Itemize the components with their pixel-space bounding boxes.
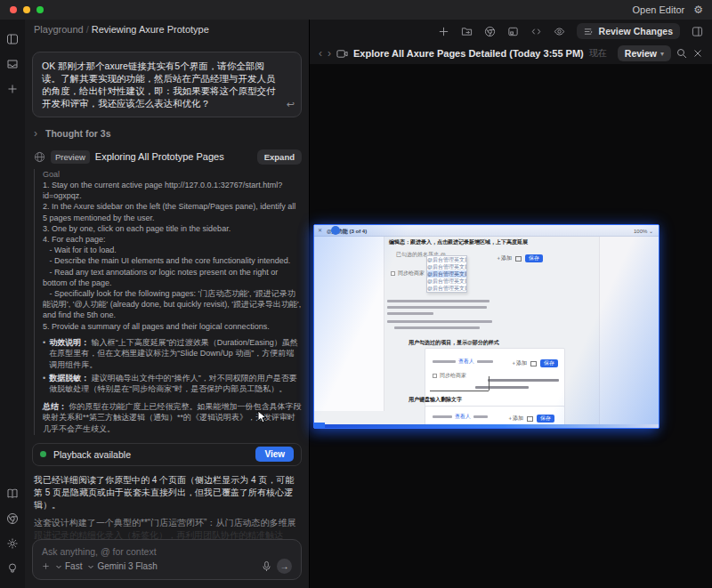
review-panel: Review Changes ‹ › Explore All Axure Pag… bbox=[310, 20, 712, 588]
bullet-dot: • bbox=[43, 337, 45, 371]
session-title: Explore All Axure Pages Detailed (Today … bbox=[353, 48, 584, 59]
chrome-browser-icon[interactable] bbox=[6, 512, 19, 525]
code-icon[interactable] bbox=[530, 26, 542, 37]
blurred-text-line bbox=[433, 415, 452, 418]
bullet-dot: • bbox=[43, 373, 45, 395]
preview-dropdown: @后台管理英文姓名@@后台管理英文姓名@@后台管理英文姓名@@后台管理英文姓名@… bbox=[426, 255, 467, 293]
blurred-text-line bbox=[387, 320, 492, 323]
playback-status-dot bbox=[40, 451, 46, 457]
preview-table-icon bbox=[515, 256, 522, 262]
playback-status: Playback available bbox=[53, 449, 131, 460]
sidebar-toggle-icon[interactable] bbox=[6, 33, 19, 45]
search-icon[interactable] bbox=[676, 48, 687, 59]
time-badge: 现在 bbox=[589, 47, 607, 60]
preview-screenshot[interactable]: ✕ @人功能 (3 of 4) 100% ⌄ 编辑态：跟进录入，点击跟进记录新增… bbox=[313, 224, 659, 429]
add-icon[interactable] bbox=[438, 26, 449, 37]
left-rail bbox=[0, 20, 25, 588]
model-selector[interactable]: Gemini 3 Flash bbox=[87, 561, 157, 571]
mode-label: Fast bbox=[65, 561, 82, 571]
attach-plus-icon[interactable] bbox=[42, 562, 50, 570]
globe-icon bbox=[34, 151, 45, 163]
back-arrow-icon[interactable]: ‹ bbox=[319, 47, 322, 60]
preview-dropdown-item: @后台管理英文姓名@ bbox=[427, 278, 466, 285]
blurred-text-line bbox=[387, 306, 487, 309]
preview-dropdown-item: @后台管理英文姓名@ bbox=[427, 270, 466, 278]
preview-action-row: ＋添加 保存 bbox=[496, 254, 543, 262]
send-button[interactable]: → bbox=[277, 559, 292, 574]
breadcrumb-root[interactable]: Playground bbox=[34, 24, 84, 35]
microphone-icon[interactable] bbox=[262, 560, 271, 572]
chevron-down-icon: ▾ bbox=[660, 50, 664, 58]
retry-icon[interactable]: ↩ bbox=[287, 98, 295, 110]
chat-input[interactable]: Ask anything, @ for context Fast Gemini … bbox=[32, 539, 302, 580]
help-bulb-icon[interactable] bbox=[6, 562, 19, 575]
close-window-button[interactable] bbox=[10, 6, 17, 13]
open-editor-button[interactable]: Open Editor bbox=[633, 4, 685, 15]
analysis-bullet: • 数据脱敏： 建议明确导出文件中的“操作人”，对不同权限的用户是否要做脱敏处理… bbox=[43, 373, 302, 395]
blurred-text-line bbox=[473, 415, 488, 418]
close-icon[interactable] bbox=[692, 48, 703, 59]
goal-line: - Wait for it to load. bbox=[43, 245, 302, 255]
preview-zoom-level: 100% ⌄ bbox=[634, 228, 653, 234]
session-recording-icon bbox=[336, 49, 348, 59]
preview-link: 查看人 bbox=[458, 358, 474, 366]
preview-action-row: ＋添加 保存 bbox=[507, 415, 554, 423]
model-label: Gemini 3 Flash bbox=[97, 561, 157, 571]
forward-arrow-icon[interactable]: › bbox=[328, 47, 331, 60]
preview-link-row: 查看人 bbox=[433, 358, 493, 366]
thought-label: Thought for 3s bbox=[45, 128, 111, 139]
new-chat-icon[interactable] bbox=[6, 83, 19, 95]
panel-toolbar: Review Changes bbox=[310, 20, 712, 43]
preview-link-row: 查看人 bbox=[433, 413, 488, 421]
view-button[interactable]: View bbox=[255, 447, 294, 462]
tool-title: Exploring All Prototype Pages bbox=[95, 151, 224, 162]
playback-card: Playback available View bbox=[32, 443, 302, 467]
thought-toggle[interactable]: › Thought for 3s bbox=[34, 127, 300, 140]
checkbox-icon bbox=[433, 374, 437, 378]
blurred-text-line bbox=[433, 360, 456, 363]
review-changes-button[interactable]: Review Changes bbox=[577, 23, 680, 39]
annotation-connector bbox=[430, 391, 489, 391]
checkbox-icon bbox=[391, 271, 395, 276]
assistant-paragraph-faded: 跟进记录的精细化录入（标签化），再利用团队协作的精准触达（@人），最后通 bbox=[34, 529, 300, 539]
review-button[interactable]: Review ▾ bbox=[618, 45, 671, 61]
preview-checkbox-label: 同步给商家 bbox=[398, 270, 425, 278]
session-header: ‹ › Explore All Axure Pages Detailed (To… bbox=[310, 43, 712, 64]
diff-list-icon bbox=[584, 27, 594, 36]
preview-table-icon bbox=[530, 361, 537, 366]
goal-line: 3. One by one, click on each page title … bbox=[43, 223, 302, 234]
settings-icon[interactable] bbox=[6, 537, 19, 550]
preview-save-button: 保存 bbox=[540, 359, 558, 367]
goal-line: - Describe the main UI elements and the … bbox=[43, 255, 302, 266]
zoom-window-button[interactable] bbox=[36, 6, 44, 13]
globe-icon[interactable] bbox=[484, 26, 496, 37]
goal-list: 1. Stay on the current active page http:… bbox=[43, 180, 302, 332]
window-icon[interactable] bbox=[507, 26, 519, 37]
blurred-text-line bbox=[387, 312, 433, 315]
assistant-paragraph: 我已经详细阅读了你原型中的 4 个页面（侧边栏显示为 4 页，可能第 5 页是隐… bbox=[34, 474, 300, 511]
mode-selector[interactable]: Fast bbox=[55, 561, 82, 571]
blurred-text-line bbox=[387, 300, 490, 302]
panel-right-icon[interactable] bbox=[692, 26, 703, 37]
open-in-folder-icon[interactable] bbox=[461, 26, 473, 37]
expand-button[interactable]: Expand bbox=[257, 149, 302, 165]
chevron-right-icon: › bbox=[34, 127, 37, 140]
preview-action-row: ＋添加 保存 bbox=[511, 359, 558, 367]
minimize-window-button[interactable] bbox=[23, 6, 30, 13]
preview-dropdown-item: @后台管理英文姓名@ bbox=[427, 285, 466, 292]
selection-corner bbox=[314, 423, 325, 428]
user-message-text: OK 那刚才那个axure链接其实有5个界面，请你全部阅读。了解其要实现的功能，… bbox=[42, 60, 276, 109]
preview-annotation-heading: 编辑态：跟进录入，点击跟进记录新增区域，上下高度延展 bbox=[389, 238, 528, 246]
inbox-icon[interactable] bbox=[6, 58, 19, 70]
goal-line: 4. For each page: bbox=[43, 234, 302, 245]
preview-checkbox-row: 同步给商家 bbox=[433, 372, 466, 380]
docs-book-icon[interactable] bbox=[6, 487, 19, 500]
settings-gear-icon[interactable]: ⚙ bbox=[693, 4, 703, 15]
preview-save-button: 保存 bbox=[525, 254, 543, 262]
preview-section-heading: 用户勾选过的项目，显示@部分的样式 bbox=[409, 339, 499, 347]
eye-icon[interactable] bbox=[554, 26, 565, 37]
user-message-bubble: OK 那刚才那个axure链接其实有5个界面，请你全部阅读。了解其要实现的功能，… bbox=[32, 52, 302, 117]
review-label: Review bbox=[625, 48, 657, 59]
preview-save-button: 保存 bbox=[537, 415, 554, 423]
preview-section-heading: 用户键盘输入删除文字 bbox=[409, 396, 462, 404]
